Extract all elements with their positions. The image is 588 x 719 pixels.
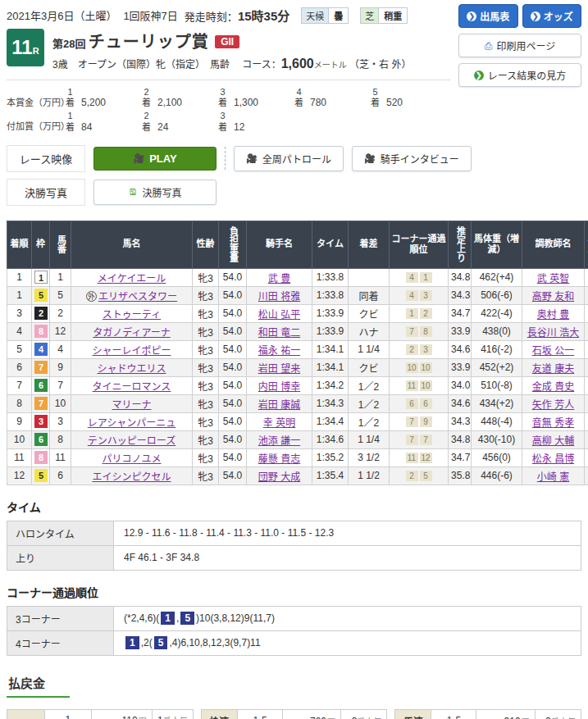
jockey-link[interactable]: 池添 謙一 (258, 435, 300, 447)
result-row: 8710マリーナ牝354.0岩田 康誠1:34.31／26634.6434(+2… (7, 394, 588, 412)
jockey-cell: 川田 将雅 (247, 286, 312, 304)
odds-button[interactable]: ❯ オッズ (522, 4, 582, 28)
win-favorite-rank: 7 (585, 376, 588, 394)
video-camera-icon: 🎥 (364, 154, 376, 163)
result-row: 155外エリザベスタワー牝354.0川田 将雅1:33.8同着4334.3506… (7, 286, 588, 304)
jockey-link[interactable]: 岩田 望来 (258, 363, 300, 375)
horse-link[interactable]: タイニーロマンス (93, 381, 171, 393)
corner-position-box: 12 (420, 453, 432, 463)
sex-age: 牝3 (193, 304, 219, 322)
jockey-link[interactable]: 川田 将雅 (258, 291, 300, 303)
trainer-link[interactable]: 友道 康夫 (532, 363, 574, 375)
payout-section-title: 払戻金 (7, 674, 70, 698)
horse-link[interactable]: エイシンピクセル (92, 471, 171, 483)
margin: 1 1/2 (349, 466, 390, 485)
jockey-link[interactable]: 内田 博幸 (258, 381, 300, 393)
win-favorite-rank: 3 (585, 286, 588, 304)
course-distance-unit: メートル (314, 61, 347, 70)
carried-weight: 54.0 (219, 286, 247, 304)
prize-rank-suffix: 着 (218, 122, 227, 133)
corner-order-value: 1,2(5,4)6,10,8,12,3(9,7)11 (114, 630, 581, 655)
corner-position-box: 2 (406, 344, 418, 355)
trainer-link[interactable]: 音無 秀孝 (532, 417, 574, 429)
jockey-link[interactable]: 武 豊 (268, 273, 290, 284)
trainer-link[interactable]: 高柳 大輔 (532, 435, 574, 447)
finish-photo-button[interactable]: 🖻 決勝写真 (93, 180, 217, 205)
start-time-value: 15時35分 (238, 9, 289, 23)
corner-pos-cell: 78 (390, 322, 449, 340)
jockey-link[interactable]: 松山 弘平 (258, 309, 300, 321)
horse-number: 3 (50, 412, 71, 430)
trainer-link[interactable]: 小崎 憲 (537, 471, 569, 483)
trainer-link[interactable]: 高野 友和 (532, 291, 574, 303)
trainer-link[interactable]: 武 英智 (537, 273, 569, 284)
jockey-cell: 松山 弘平 (247, 304, 312, 322)
horse-link[interactable]: シャーレイポピー (92, 345, 171, 357)
jockey-link[interactable]: 藤懸 貴志 (258, 453, 300, 465)
horse-link[interactable]: レアシャンパーニュ (88, 417, 176, 429)
waku-cell: 6 (32, 430, 50, 448)
corner-position-box: 5 (420, 471, 432, 481)
results-column-header: タイム (312, 221, 349, 268)
added-prize-row: 付加賞（万円） 1着842着243着12 (7, 111, 581, 132)
corner-order-row: 3コーナー(*2,4,6)(1,5)10(3,8,12)9(11,7) (7, 606, 581, 630)
result-row: 933レアシャンパーニュ牝354.0幸 英明1:34.41／27934.3448… (7, 412, 588, 430)
horse-link[interactable]: エリザベスタワー (98, 291, 177, 303)
patrol-video-button[interactable]: 🎥 全周パトロール (234, 146, 344, 171)
prize-item: 1着5,200 (66, 87, 142, 108)
last-3f: 34.8 (449, 268, 472, 286)
result-guide-button[interactable]: ❯ レース結果の見方 (458, 63, 581, 87)
finish-position: 8 (7, 394, 32, 412)
trainer-cell: 小崎 憲 (522, 466, 585, 485)
entry-table-button[interactable]: ❯ 出馬表 (458, 4, 518, 28)
prize-rank-number: 2 (144, 87, 148, 98)
carried-weight: 54.0 (219, 448, 247, 466)
horse-link[interactable]: タガノディアーナ (93, 327, 170, 339)
course-distance: 1,600 (281, 57, 314, 71)
course-detail: （芝・右 外） (349, 59, 411, 71)
horse-weight: 462(+4) (472, 268, 522, 286)
trainer-link[interactable]: 石坂 公一 (532, 345, 574, 357)
prize-amount: 1,300 (234, 97, 258, 108)
margin: ハナ (349, 322, 390, 340)
last-3f: 35.8 (449, 466, 472, 485)
horse-number: 7 (50, 376, 71, 394)
result-guide-label: レース結果の見方 (488, 68, 566, 82)
last-time-row: 上り 4F 46.1 - 3F 34.8 (7, 545, 581, 570)
prize-amount: 24 (157, 121, 168, 133)
weather-label: 天候 (302, 8, 329, 23)
print-page-button[interactable]: ⎙ 印刷用ページ (458, 34, 581, 57)
horse-link[interactable]: パリコノユメ (102, 453, 161, 465)
finish-time: 1:35.2 (312, 448, 349, 466)
horse-name-cell: シャーレイポピー (71, 340, 193, 358)
waku-badge: 7 (34, 397, 48, 410)
trainer-link[interactable]: 松永 昌博 (532, 453, 574, 465)
prize-rank-number: 5 (372, 87, 377, 98)
horse-link[interactable]: テンハッピーローズ (88, 435, 175, 447)
horse-link[interactable]: メイケイエール (98, 273, 166, 284)
jockey-link[interactable]: 福永 祐一 (258, 345, 300, 357)
prize-block: 本賞金（万円） 1着5,2002着2,1003着1,3004着7805着520 … (7, 80, 581, 139)
play-video-button[interactable]: 🎥 PLAY (93, 147, 217, 171)
jockey-link[interactable]: 幸 英明 (263, 417, 295, 429)
trainer-link[interactable]: 長谷川 浩大 (527, 327, 579, 339)
payout-type: 馬連 (395, 709, 431, 719)
margin: 1／2 (349, 412, 390, 430)
corner-order-label: 3コーナー (7, 606, 114, 630)
trainer-link[interactable]: 矢作 芳人 (532, 399, 574, 411)
jockey-link[interactable]: 和田 竜二 (258, 327, 300, 339)
jockey-link[interactable]: 団野 大成 (258, 471, 300, 483)
corner-highlight-box: 5 (180, 612, 194, 625)
horse-link[interactable]: シャドウエリス (97, 363, 166, 375)
prize-rank-suffix: 着 (66, 98, 75, 108)
jockey-interview-button[interactable]: 🎥 騎手インタビュー (352, 146, 472, 171)
result-row: 679シャドウエリス牝354.0岩田 望来1:34.1クビ101033.9452… (7, 358, 588, 376)
prize-rank-number: 1 (67, 87, 72, 98)
payout-combination: 1 (44, 709, 91, 719)
trainer-link[interactable]: 金成 貴史 (532, 381, 574, 393)
horse-link[interactable]: マリーナ (112, 399, 151, 411)
trainer-link[interactable]: 奥村 豊 (537, 309, 569, 321)
jockey-link[interactable]: 岩田 康誠 (258, 399, 300, 411)
corner-position-box: 1 (420, 272, 432, 283)
horse-link[interactable]: ストゥーティ (103, 309, 161, 321)
